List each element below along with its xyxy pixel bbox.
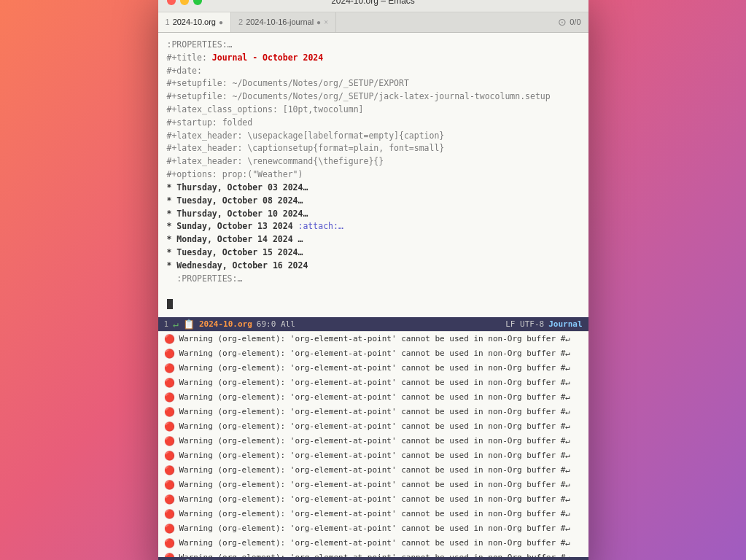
warning-9: 🔴 Warning (org-element): 'org-element-at… xyxy=(158,448,588,463)
mode-line-pos: 69:0 All xyxy=(257,319,295,329)
cursor-line xyxy=(167,298,580,311)
tab-bar: 1 2024-10.org ● 2 2024-10-16-journal ● ×… xyxy=(158,12,588,33)
warning-8: 🔴 Warning (org-element): 'org-element-at… xyxy=(158,434,588,448)
tab-spacer xyxy=(336,12,551,32)
warning-12: 🔴 Warning (org-element): 'org-element-at… xyxy=(158,492,588,507)
title-bar: 2024-10.org – Emacs xyxy=(158,0,588,12)
tab-2[interactable]: 2 2024-10-16-journal ● × xyxy=(231,12,336,32)
line-8: #+latex_header: \usepackage[labelformat=… xyxy=(167,130,580,143)
warning-text-8: Warning (org-element): 'org-element-at-p… xyxy=(179,435,570,448)
buffer-icon: 📋 xyxy=(183,319,195,330)
tab-counter: ⊙ 0/0 xyxy=(551,12,588,32)
warning-16: 🔴 Warning (org-element): 'org-element-at… xyxy=(158,551,588,557)
close-button[interactable] xyxy=(167,0,176,5)
line-13: * Tuesday, October 08 2024… xyxy=(167,195,580,208)
mode-line-enc: LF UTF-8 xyxy=(505,319,544,329)
tab-2-label: 2024-10-16-journal xyxy=(246,18,314,26)
warning-text-16: Warning (org-element): 'org-element-at-p… xyxy=(179,552,570,557)
line-14: * Thursday, October 10 2024… xyxy=(167,208,580,221)
warning-icon-5: 🔴 xyxy=(164,391,175,404)
editor-area[interactable]: :PROPERTIES:… #+title: Journal - October… xyxy=(158,33,588,317)
warning-text-1: Warning (org-element): 'org-element-at-p… xyxy=(179,333,570,346)
warning-icon-6: 🔴 xyxy=(164,405,175,419)
warning-icon-8: 🔴 xyxy=(164,435,175,448)
traffic-lights xyxy=(167,0,202,5)
warning-14: 🔴 Warning (org-element): 'org-element-at… xyxy=(158,521,588,536)
warning-6: 🔴 Warning (org-element): 'org-element-at… xyxy=(158,405,588,419)
warning-text-15: Warning (org-element): 'org-element-at-p… xyxy=(179,537,570,550)
warnings-area: 🔴 Warning (org-element): 'org-element-at… xyxy=(158,331,588,557)
line-15: * Sunday, October 13 2024 :attach:… xyxy=(167,220,580,233)
line-17: * Tuesday, October 15 2024… xyxy=(167,246,580,260)
warning-icon-11: 🔴 xyxy=(164,478,175,491)
warning-2: 🔴 Warning (org-element): 'org-element-at… xyxy=(158,346,588,361)
warning-text-6: Warning (org-element): 'org-element-at-p… xyxy=(179,406,570,419)
mode-line-num: 1 xyxy=(164,319,169,329)
mode-line-file: 2024-10.org xyxy=(199,319,252,329)
line-9: #+latex_header: \captionsetup{format=pla… xyxy=(167,142,580,155)
warning-5: 🔴 Warning (org-element): 'org-element-at… xyxy=(158,390,588,405)
line-3: #+date: xyxy=(167,65,580,78)
line-5: #+setupfile: ~/Documents/Notes/org/_SETU… xyxy=(167,90,580,104)
counter-icon: ⊙ xyxy=(558,16,567,28)
warning-7: 🔴 Warning (org-element): 'org-element-at… xyxy=(158,419,588,434)
line-18: * Wednesday, October 16 2024 xyxy=(167,260,580,273)
line-1: :PROPERTIES:… xyxy=(167,39,580,52)
warning-icon-2: 🔴 xyxy=(164,347,175,360)
emacs-window: 2024-10.org – Emacs 1 2024-10.org ● 2 20… xyxy=(158,0,588,560)
minimize-button[interactable] xyxy=(180,0,189,5)
warning-13: 🔴 Warning (org-element): 'org-element-at… xyxy=(158,507,588,521)
tab-1[interactable]: 1 2024-10.org ● xyxy=(158,12,232,32)
warning-11: 🔴 Warning (org-element): 'org-element-at… xyxy=(158,478,588,492)
warning-text-14: Warning (org-element): 'org-element-at-p… xyxy=(179,523,570,535)
mode-line-bottom: 1 ↵ 🔒 *Warnings* 2:0 Top LF UTF-8 Specia… xyxy=(158,557,588,560)
line-7: #+startup: folded xyxy=(167,117,580,130)
counter-value: 0/0 xyxy=(570,18,580,26)
window-title: 2024-10.org – Emacs xyxy=(331,0,415,6)
warning-text-7: Warning (org-element): 'org-element-at-p… xyxy=(179,421,570,433)
warning-text-12: Warning (org-element): 'org-element-at-p… xyxy=(179,494,570,506)
warning-icon-10: 🔴 xyxy=(164,464,175,477)
fullscreen-button[interactable] xyxy=(193,0,202,5)
line-12: * Thursday, October 03 2024… xyxy=(167,182,580,195)
warning-text-13: Warning (org-element): 'org-element-at-p… xyxy=(179,508,570,521)
line-4: #+setupfile: ~/Documents/Notes/org/_SETU… xyxy=(167,77,580,90)
warning-icon-15: 🔴 xyxy=(164,537,175,550)
tab-2-number: 2 xyxy=(238,18,243,26)
warning-icon-3: 🔴 xyxy=(164,362,175,375)
warning-text-9: Warning (org-element): 'org-element-at-p… xyxy=(179,450,570,462)
tab-1-label: 2024-10.org xyxy=(173,18,216,26)
arrow-icon: ↵ xyxy=(173,319,179,330)
warning-text-10: Warning (org-element): 'org-element-at-p… xyxy=(179,464,570,477)
mode-line-top: 1 ↵ 📋 2024-10.org 69:0 All LF UTF-8 Jour… xyxy=(158,317,588,331)
warning-icon-7: 🔴 xyxy=(164,420,175,433)
line-16: * Monday, October 14 2024 … xyxy=(167,233,580,246)
warning-1: 🔴 Warning (org-element): 'org-element-at… xyxy=(158,332,588,346)
warning-text-3: Warning (org-element): 'org-element-at-p… xyxy=(179,362,570,375)
warning-text-4: Warning (org-element): 'org-element-at-p… xyxy=(179,377,570,389)
line-11: #+options: prop:("Weather") xyxy=(167,168,580,182)
warning-icon-13: 🔴 xyxy=(164,508,175,521)
line-10: #+latex_header: \renewcommand{\thefigure… xyxy=(167,155,580,168)
mode-line-mode: Journal xyxy=(548,319,582,329)
line-2: #+title: Journal - October 2024 xyxy=(167,52,580,65)
warning-text-5: Warning (org-element): 'org-element-at-p… xyxy=(179,392,570,404)
warning-text-11: Warning (org-element): 'org-element-at-p… xyxy=(179,479,570,491)
main-content: :PROPERTIES:… #+title: Journal - October… xyxy=(158,33,588,560)
warning-icon-16: 🔴 xyxy=(164,551,175,557)
line-19: :PROPERTIES:… xyxy=(167,273,580,286)
warning-text-2: Warning (org-element): 'org-element-at-p… xyxy=(179,348,570,360)
tab-1-modified: ● xyxy=(219,18,223,26)
warning-icon-14: 🔴 xyxy=(164,522,175,535)
warning-15: 🔴 Warning (org-element): 'org-element-at… xyxy=(158,536,588,551)
warning-4: 🔴 Warning (org-element): 'org-element-at… xyxy=(158,376,588,390)
line-6: #+latex_class_options: [10pt,twocolumn] xyxy=(167,104,580,117)
warning-icon-9: 🔴 xyxy=(164,449,175,462)
tab-2-modified: ● xyxy=(316,18,321,26)
warning-icon-4: 🔴 xyxy=(164,376,175,389)
tab-2-close[interactable]: × xyxy=(324,18,328,26)
tab-1-number: 1 xyxy=(166,18,170,26)
warning-10: 🔴 Warning (org-element): 'org-element-at… xyxy=(158,463,588,478)
warning-3: 🔴 Warning (org-element): 'org-element-at… xyxy=(158,361,588,376)
warning-icon-12: 🔴 xyxy=(164,493,175,506)
